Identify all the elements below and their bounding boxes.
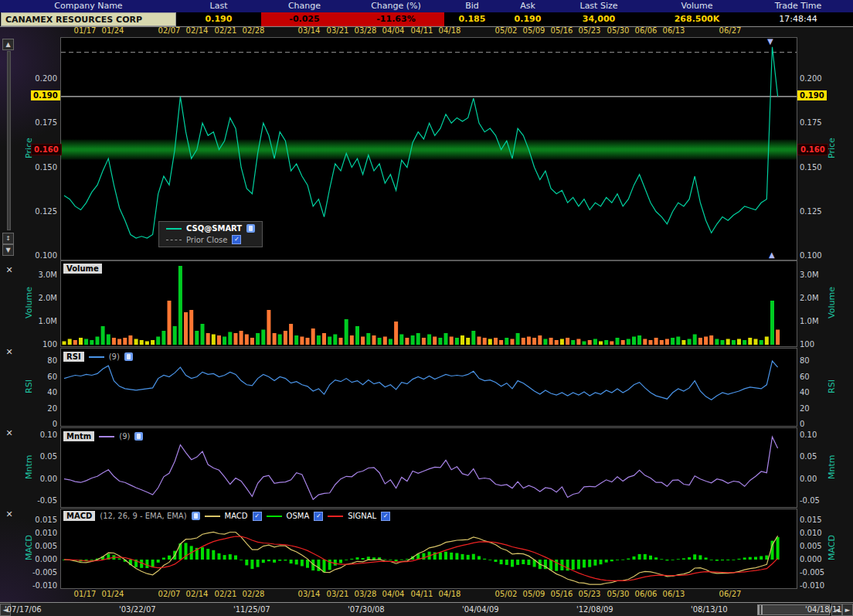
y-axis-tick: 60 [32, 373, 57, 381]
y-axis-tick: 0.100 [32, 251, 57, 260]
close-volume-panel-button[interactable]: ✕ [4, 265, 15, 276]
low-marker-icon: ▲ [769, 251, 775, 259]
y-axis-tick: -0.010 [32, 581, 57, 590]
date-tick: 05/30 [607, 590, 630, 598]
scrollbar-date-label: '07/17/06 [5, 605, 42, 614]
y-axis-tick: 40 [32, 388, 57, 396]
rsi-settings-hand-icon[interactable] [124, 352, 133, 361]
y-axis-tick: 1.0M [32, 317, 57, 325]
mntm-line-sample [99, 436, 114, 437]
y-axis-tick: 0.015 [32, 516, 57, 524]
y-axis-tick: 0.10 [32, 431, 57, 439]
macd-legend: MACD (12, 26, 9 - EMA, EMA) MACD ✓ OSMA … [63, 511, 390, 521]
y-axis-tick: 80 [32, 356, 57, 365]
volume-chart[interactable] [60, 260, 797, 347]
osma-line-sample [267, 516, 282, 517]
signal-checkbox[interactable]: ✓ [381, 512, 390, 521]
volume-axis-label-right: Volume [826, 260, 837, 345]
date-tick: 05/02 [495, 590, 518, 598]
date-tick: 04/18 [439, 590, 461, 598]
macd-settings-hand-icon[interactable] [192, 512, 200, 520]
series-settings-hand-icon[interactable] [246, 224, 255, 233]
jump-forward-button[interactable]: ► [842, 604, 853, 616]
date-tick: 03/14 [298, 590, 321, 598]
macd-panel-label: MACD [63, 511, 95, 521]
osma-series-label: OSMA [287, 512, 310, 520]
price-line-sample [166, 228, 182, 230]
mntm-chart[interactable] [60, 427, 797, 508]
close-mntm-panel-button[interactable]: ✕ [4, 428, 15, 439]
date-tick: 06/27 [719, 590, 742, 598]
rsi-period-label: (9) [109, 352, 120, 361]
date-tick: 02/14 [186, 26, 209, 35]
time-scrollbar[interactable]: ◄ '07/17/06'03/22/07'11/25/07'07/30/08'0… [0, 602, 853, 616]
last-value: 0.190 [176, 12, 261, 26]
close-macd-panel-button[interactable]: ✕ [4, 509, 15, 520]
col-last: Last [176, 0, 261, 12]
date-tick: 06/13 [663, 26, 685, 35]
y-axis-tick: 0.200 [32, 74, 57, 83]
close-icon: ✕ [5, 509, 12, 519]
date-tick: 02/28 [243, 590, 265, 598]
date-tick: 03/14 [298, 26, 321, 35]
prior-close-checkbox[interactable]: ✓ [232, 235, 241, 244]
y-axis-tick: 0.010 [32, 529, 57, 537]
volume-axis-label: Volume [23, 260, 34, 345]
vertical-scrollbar[interactable] [7, 51, 11, 230]
close-rsi-panel-button[interactable]: ✕ [4, 347, 15, 358]
macd-params-label: (12, 26, 9 - EMA, EMA) [100, 512, 186, 520]
rsi-chart[interactable] [60, 348, 797, 427]
rsi-line-sample [89, 356, 104, 358]
signal-line-sample [328, 516, 343, 517]
quote-column-headers: Company Name Last Change Change (%) Bid … [0, 0, 853, 12]
mntm-period-label: (9) [119, 432, 130, 441]
rsi-panel-label: RSI [63, 352, 84, 362]
scroll-down-button[interactable]: ▼ [2, 244, 14, 256]
trading-app: Company Name Last Change Change (%) Bid … [0, 0, 853, 616]
close-icon: ✕ [5, 265, 12, 275]
last-price-tag-right: 0.190 [797, 90, 827, 100]
top-date-axis: 01/1701/2402/0702/1402/2102/2803/1403/21… [0, 26, 853, 37]
macd-axis-label-right: MACD [826, 509, 837, 587]
date-tick: 03/21 [327, 26, 349, 35]
scroll-up-button[interactable]: ▲ [2, 39, 14, 50]
ask-value: 0.190 [500, 12, 556, 26]
close-icon: ✕ [5, 428, 12, 438]
symbol-label: CSQ@SMART [186, 224, 242, 233]
macd-series-label: MACD [225, 512, 248, 520]
last-size-value: 34,000 [556, 12, 642, 26]
date-tick: 01/17 [74, 590, 97, 598]
date-tick: 02/07 [158, 26, 181, 35]
last-price-tag-left: 0.190 [31, 90, 60, 100]
change-pct-value: -11.63% [348, 12, 444, 26]
up-arrow-icon: ▲ [5, 41, 10, 48]
y-axis-tick: 3.0M [32, 271, 57, 279]
y-axis-tick: -0.005 [32, 568, 57, 577]
y-axis-tick: 0 [32, 420, 57, 428]
resize-icon: ↕ [5, 235, 11, 242]
date-tick: 04/04 [382, 590, 405, 598]
close-icon: ✕ [5, 347, 12, 357]
alert-price-tag-right: 0.160 [797, 144, 828, 155]
signal-series-label: SIGNAL [348, 512, 376, 520]
trade-time-value: 17:48:44 [752, 12, 845, 26]
price-legend: CSQ@SMART Prior Close ✓ [158, 221, 263, 247]
mntm-settings-hand-icon[interactable] [134, 432, 143, 441]
volume-panel-label: Volume [63, 264, 102, 274]
date-tick: 03/28 [355, 590, 377, 598]
macd-checkbox[interactable]: ✓ [253, 512, 262, 521]
y-axis-tick: 0.175 [32, 118, 57, 127]
y-axis-tick: 0.150 [32, 163, 57, 172]
date-tick: 02/14 [186, 590, 209, 598]
high-marker-icon: ▼ [767, 38, 773, 46]
date-tick: 05/23 [579, 26, 601, 35]
scrollbar-date-label: '11/25/07 [233, 605, 270, 614]
scrollbar-date-label: '03/22/07 [119, 605, 156, 614]
y-axis-tick: 20 [32, 404, 57, 413]
date-tick: 05/16 [551, 590, 573, 598]
pane-resize-button[interactable]: ↕ [2, 233, 14, 244]
rsi-axis-label: RSI [23, 348, 34, 425]
date-tick: 05/23 [579, 590, 601, 598]
osma-checkbox[interactable]: ✓ [314, 512, 323, 521]
y-axis-tick: 0.005 [32, 542, 57, 550]
